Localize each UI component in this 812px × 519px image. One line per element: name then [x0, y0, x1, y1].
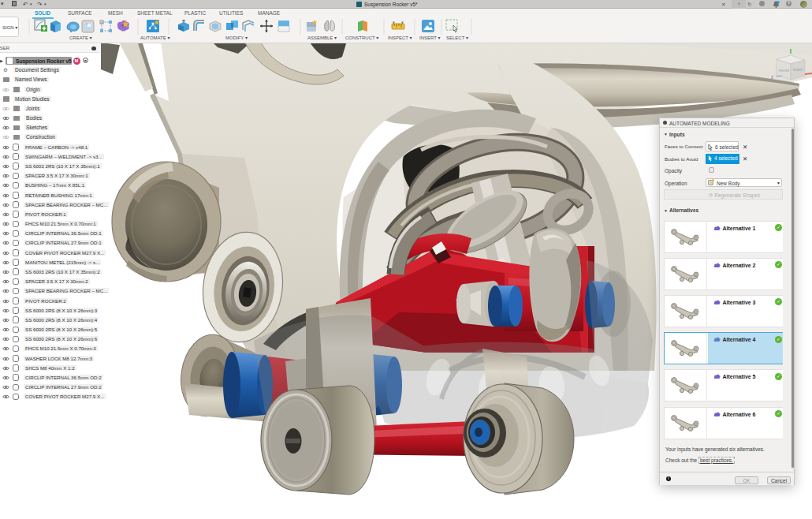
svg-text:FRONT: FRONT	[779, 69, 790, 73]
svg-text:Z: Z	[771, 75, 773, 80]
svg-text:RIGHT: RIGHT	[793, 68, 803, 72]
